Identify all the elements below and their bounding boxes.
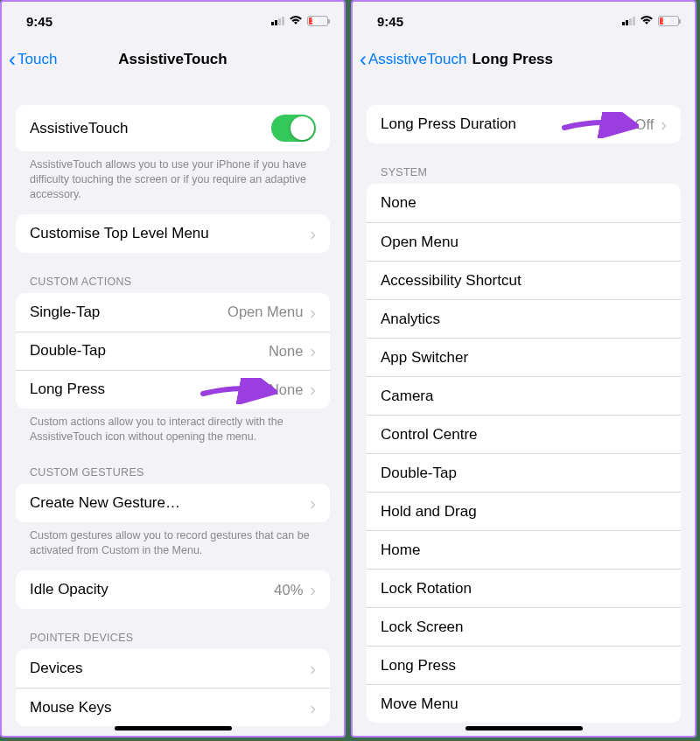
clock: 9:45 (377, 14, 403, 29)
cellular-signal-icon (271, 17, 284, 25)
row-label: Double-Tap (381, 465, 667, 482)
row-label: Long Press (381, 657, 667, 675)
system-action-row[interactable]: App Switcher (367, 338, 681, 376)
section-header: CUSTOM GESTURES (16, 461, 330, 484)
system-action-row[interactable]: Home (367, 530, 681, 569)
single-tap-row[interactable]: Single-Tap Open Menu › (16, 293, 330, 332)
mouse-keys-row[interactable]: Mouse Keys › (16, 688, 330, 726)
battery-icon: 18 (658, 16, 679, 26)
row-label: Open Menu (381, 234, 667, 251)
battery-icon: 18 (307, 16, 328, 26)
home-indicator[interactable] (115, 726, 232, 731)
create-new-gesture-row[interactable]: Create New Gesture… › (16, 484, 330, 522)
row-value: None (269, 381, 303, 398)
row-label: Mouse Keys (30, 699, 310, 717)
status-bar: 9:45 18 (353, 2, 695, 40)
clock: 9:45 (26, 14, 52, 29)
back-label: Touch (18, 51, 57, 68)
system-action-row[interactable]: Control Centre (367, 415, 681, 453)
section-header: CUSTOM ACTIONS (16, 270, 330, 293)
row-label: Hold and Drag (381, 503, 667, 521)
back-button[interactable]: ‹ Touch (9, 51, 57, 68)
system-action-row[interactable]: Move Menu (367, 684, 681, 723)
row-label: None (381, 194, 667, 212)
long-press-duration-row[interactable]: Long Press Duration Off › (367, 105, 681, 143)
idle-opacity-row[interactable]: Idle Opacity 40% › (16, 570, 330, 609)
row-label: App Switcher (381, 349, 667, 367)
row-label: Analytics (381, 311, 667, 328)
row-label: Create New Gesture… (30, 494, 310, 512)
row-label: Lock Screen (381, 619, 667, 636)
back-label: AssistiveTouch (368, 51, 466, 68)
row-label: Accessibility Shortcut (381, 272, 667, 290)
row-label: Home (381, 542, 667, 559)
nav-bar: ‹ Touch AssistiveTouch (2, 40, 344, 79)
system-action-row[interactable]: None (367, 184, 681, 222)
section-footer: Custom actions allow you to interact dir… (16, 409, 330, 444)
back-button[interactable]: ‹ AssistiveTouch (360, 51, 466, 68)
status-bar: 9:45 18 (2, 2, 344, 40)
row-label: AssistiveTouch (30, 120, 271, 137)
devices-row[interactable]: Devices › (16, 649, 330, 688)
row-label: Control Centre (381, 426, 667, 444)
wifi-icon (640, 14, 654, 28)
status-icons: 18 (271, 14, 328, 28)
double-tap-row[interactable]: Double-Tap None › (16, 332, 330, 370)
row-label: Idle Opacity (30, 581, 274, 598)
row-label: Long Press Duration (381, 115, 635, 133)
status-icons: 18 (622, 14, 679, 28)
assistivetouch-settings-screen: 9:45 18 ‹ Touch AssistiveTouch Assistive… (0, 0, 346, 738)
system-action-row[interactable]: Lock Rotation (367, 569, 681, 607)
system-action-row[interactable]: Camera (367, 376, 681, 415)
home-indicator[interactable] (466, 726, 583, 731)
row-value: Off (635, 116, 654, 133)
section-footer: Custom gestures allow you to record gest… (16, 522, 330, 558)
row-label: Long Press (30, 381, 269, 398)
row-value: Open Menu (228, 304, 303, 320)
row-label: Devices (30, 660, 310, 677)
row-label: Customise Top Level Menu (30, 225, 310, 242)
system-action-row[interactable]: Long Press (367, 646, 681, 684)
long-press-settings-screen: 9:45 18 ‹ AssistiveTouch Long Press Long… (351, 0, 696, 738)
row-label: Camera (381, 388, 667, 405)
nav-bar: ‹ AssistiveTouch Long Press (353, 40, 695, 79)
system-action-row[interactable]: Double-Tap (367, 453, 681, 492)
row-label: Single-Tap (30, 304, 228, 321)
row-label: Double-Tap (30, 342, 269, 360)
row-label: Lock Rotation (381, 580, 667, 598)
settings-list: AssistiveTouch AssistiveTouch allows you… (2, 79, 344, 727)
system-action-row[interactable]: Analytics (367, 299, 681, 338)
settings-list: Long Press Duration Off › SYSTEM NoneOpe… (353, 79, 695, 727)
customise-top-level-menu-row[interactable]: Customise Top Level Menu › (16, 214, 330, 253)
system-action-row[interactable]: Open Menu (367, 222, 681, 261)
wifi-icon (289, 14, 303, 28)
row-value: 40% (274, 582, 303, 598)
section-header: POINTER DEVICES (16, 626, 330, 649)
page-title: Long Press (472, 51, 553, 68)
system-action-row[interactable]: Accessibility Shortcut (367, 261, 681, 299)
system-actions-list: NoneOpen MenuAccessibility ShortcutAnaly… (367, 184, 681, 723)
row-label: Move Menu (381, 696, 667, 713)
section-header: SYSTEM (367, 161, 681, 184)
switch-on[interactable] (271, 115, 316, 142)
system-action-row[interactable]: Lock Screen (367, 607, 681, 646)
cellular-signal-icon (622, 17, 635, 25)
system-action-row[interactable]: Hold and Drag (367, 492, 681, 530)
assistivetouch-toggle-row[interactable]: AssistiveTouch (16, 105, 330, 151)
section-footer: AssistiveTouch allows you to use your iP… (16, 151, 330, 202)
row-value: None (269, 343, 303, 360)
long-press-row[interactable]: Long Press None › (16, 370, 330, 409)
